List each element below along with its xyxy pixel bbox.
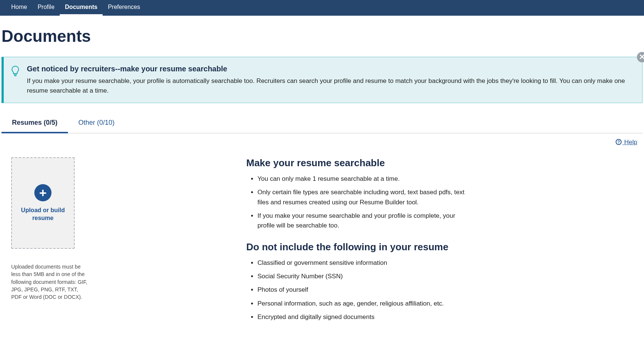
nav-documents[interactable]: Documents [60, 0, 103, 16]
tabs: Resumes (0/5) Other (0/10) [1, 114, 643, 133]
list-item: Classified or government sensitive infor… [257, 258, 466, 268]
help-icon: ? [616, 139, 624, 146]
list-item: If you make your resume searchable and y… [257, 211, 466, 231]
svg-text:?: ? [618, 140, 620, 144]
nav-home[interactable]: Home [6, 0, 32, 16]
list-item: Social Security Number (SSN) [257, 272, 466, 281]
section-searchable-list: You can only make 1 resume searchable at… [246, 174, 637, 231]
close-banner-button[interactable] [637, 52, 644, 62]
list-item: Personal information, such as age, gende… [257, 299, 466, 309]
upload-label: Upload or build resume [16, 207, 70, 222]
list-item: Encrypted and digitally signed documents [257, 312, 466, 322]
list-item: You can only make 1 resume searchable at… [257, 174, 466, 184]
nav-preferences[interactable]: Preferences [103, 0, 145, 16]
upload-note: Uploaded documents must be less than 5MB… [11, 263, 90, 301]
section-donotinclude-list: Classified or government sensitive infor… [246, 258, 637, 322]
tab-other[interactable]: Other (0/10) [68, 114, 125, 133]
lightbulb-icon [11, 65, 19, 95]
section-donotinclude-heading: Do not include the following in your res… [246, 241, 637, 253]
list-item: Only certain file types are searchable i… [257, 188, 466, 207]
info-banner: Get noticed by recruiters--make your res… [1, 57, 643, 103]
upload-or-build-resume-button[interactable]: + Upload or build resume [11, 157, 75, 249]
banner-heading: Get noticed by recruiters--make your res… [27, 65, 631, 73]
top-nav: Home Profile Documents Preferences [0, 0, 644, 16]
list-item: Photos of yourself [257, 285, 466, 295]
nav-profile[interactable]: Profile [32, 0, 60, 16]
close-icon [640, 54, 644, 61]
help-link[interactable]: ? Help [616, 139, 637, 146]
section-searchable-heading: Make your resume searchable [246, 157, 637, 169]
help-label: Help [624, 139, 637, 146]
plus-circle-icon: + [34, 184, 51, 201]
page-title: Documents [1, 27, 644, 46]
banner-body: If you make your resume searchable, your… [27, 76, 631, 95]
tab-resumes[interactable]: Resumes (0/5) [1, 114, 68, 133]
